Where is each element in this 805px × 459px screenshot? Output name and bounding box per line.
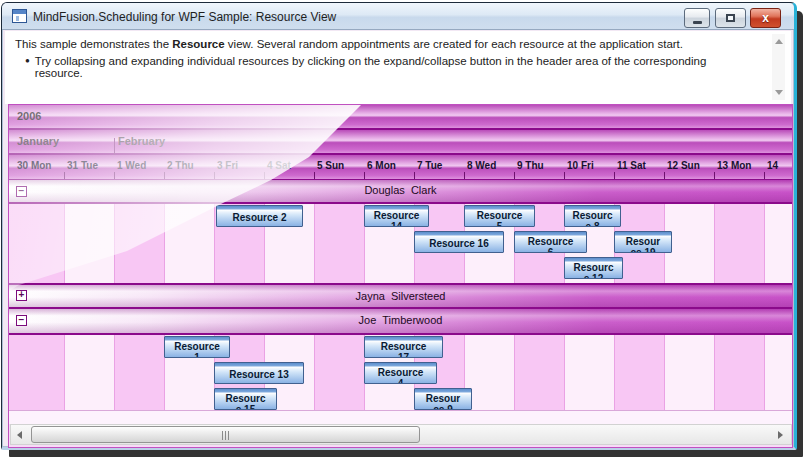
day-column xyxy=(764,335,792,410)
title-bar[interactable]: MindFusion.Scheduling for WPF Sample: Re… xyxy=(2,3,794,30)
maximize-button[interactable] xyxy=(715,8,746,28)
day-column xyxy=(764,204,792,283)
minimize-icon xyxy=(693,21,702,24)
appointment-label: Resourc xyxy=(565,262,622,273)
appointment-label: Resource xyxy=(465,210,534,221)
appointment-label: Resource 16 xyxy=(415,238,503,249)
appointment-resource-12[interactable]: Resource 12 xyxy=(564,257,623,279)
day-column xyxy=(314,204,364,283)
day-header-cell: 30 Mon xyxy=(14,155,64,179)
day-header-cell: 14 xyxy=(764,155,793,179)
maximize-icon xyxy=(726,14,735,22)
empty-strip xyxy=(9,410,792,424)
close-icon: x xyxy=(762,12,769,24)
resource-header-joe-timberwood[interactable]: Joe Timberwood xyxy=(9,309,792,335)
day-header-cell: 31 Tue xyxy=(64,155,114,179)
appointment-label: Resource xyxy=(165,341,229,352)
resource-row-joe-content: Resource1Resource17Resource 13Resource4R… xyxy=(9,335,792,410)
appointment-label: Resource 2 xyxy=(217,212,302,223)
day-column xyxy=(714,335,764,410)
description-suffix: view. Several random appointments are cr… xyxy=(225,38,683,50)
day-header-cell: 10 Fri xyxy=(564,155,614,179)
day-column xyxy=(564,335,614,410)
month-label: February xyxy=(118,135,165,147)
appointment-resource-1[interactable]: Resource1 xyxy=(164,336,230,358)
appointment-resource-13[interactable]: Resource 13 xyxy=(214,362,304,384)
resource-header-jayna-silversteed[interactable]: Jayna Silversteed xyxy=(9,283,792,309)
appointment-label: Resourc xyxy=(565,210,620,221)
appointment-resource-16[interactable]: Resource 16 xyxy=(414,231,504,253)
day-column xyxy=(714,204,764,283)
day-header-cell: 2 Thu xyxy=(164,155,214,179)
appointment-resource-15[interactable]: Resource 15 xyxy=(214,388,277,410)
month-band: JanuaryFebruary xyxy=(9,130,792,155)
day-column xyxy=(114,335,164,410)
appointment-resource-8[interactable]: Resource 8 xyxy=(564,205,621,227)
collapse-button-douglas[interactable]: − xyxy=(16,186,27,197)
resource-row-douglas-content: Resource 2Resource14Resource5Resource 8R… xyxy=(9,204,792,283)
day-header-cell: 8 Wed xyxy=(464,155,514,179)
day-column xyxy=(64,204,114,283)
bullet-icon: ● xyxy=(25,56,30,65)
scroll-right-icon[interactable] xyxy=(778,431,783,439)
appointment-label: Resource 13 xyxy=(215,369,303,380)
day-band: 30 Mon31 Tue1 Wed2 Thu3 Fri4 Sat5 Sun6 M… xyxy=(9,155,792,180)
appointment-label: e 8 xyxy=(565,221,620,227)
expand-button-jayna[interactable]: + xyxy=(16,290,27,301)
appointment-label: Resour xyxy=(615,236,671,247)
month-label: January xyxy=(17,135,59,147)
appointment-label: ce 19 xyxy=(615,247,671,253)
day-column xyxy=(114,204,164,283)
description-scrollbar[interactable] xyxy=(772,34,785,100)
day-header-cell: 11 Sat xyxy=(614,155,664,179)
day-header-cell: 12 Sun xyxy=(664,155,714,179)
day-header-cell: 7 Tue xyxy=(414,155,464,179)
appointment-resource-6[interactable]: Resource6 xyxy=(514,231,587,253)
description-bold-word: Resource xyxy=(172,38,224,50)
appointment-label: 5 xyxy=(465,221,534,227)
appointment-label: Resource xyxy=(365,341,442,352)
appointment-resource-4[interactable]: Resource4 xyxy=(364,362,437,384)
bullet-text: Try collapsing and expanding individual … xyxy=(35,55,745,79)
day-column xyxy=(614,335,664,410)
year-band: 2006 xyxy=(9,105,792,130)
description-bullet-item: ●Try collapsing and expanding individual… xyxy=(25,55,760,79)
day-header-cell: 1 Wed xyxy=(114,155,164,179)
close-button[interactable]: x xyxy=(750,8,781,28)
scroll-left-icon[interactable] xyxy=(17,431,22,439)
day-column xyxy=(164,204,214,283)
appointment-label: Resource xyxy=(365,367,436,378)
resource-header-douglas-clark[interactable]: Douglas Clark xyxy=(9,180,792,204)
appointment-label: 6 xyxy=(515,247,586,253)
day-column xyxy=(314,335,364,410)
description-panel: This sample demonstrates the Resource vi… xyxy=(5,31,791,104)
minimize-button[interactable] xyxy=(684,8,710,28)
window-title: MindFusion.Scheduling for WPF Sample: Re… xyxy=(33,10,336,24)
appointment-resource-19[interactable]: Resource 19 xyxy=(614,231,672,253)
appointment-label: 14 xyxy=(365,221,428,227)
appointment-label: 17 xyxy=(365,352,442,358)
year-label: 2006 xyxy=(17,110,41,122)
collapse-button-joe[interactable]: − xyxy=(16,315,27,326)
appointment-resource-9[interactable]: Resource 9 xyxy=(414,388,472,410)
appointment-label: Resourc xyxy=(215,393,276,404)
day-header-cell: 13 Mon xyxy=(714,155,764,179)
app-icon xyxy=(12,9,27,23)
day-column xyxy=(64,335,114,410)
appointment-label: e 12 xyxy=(565,273,622,279)
screen: MindFusion.Scheduling for WPF Sample: Re… xyxy=(0,0,805,459)
description-line: This sample demonstrates the Resource vi… xyxy=(15,38,760,50)
appointment-resource-5[interactable]: Resource5 xyxy=(464,205,535,227)
horizontal-scrollbar[interactable] xyxy=(10,424,792,445)
appointment-resource-14[interactable]: Resource14 xyxy=(364,205,429,227)
scroll-up-icon[interactable] xyxy=(775,39,783,44)
scrollbar-thumb[interactable] xyxy=(31,426,420,443)
appointment-label: Resource xyxy=(515,236,586,247)
day-column xyxy=(664,335,714,410)
day-header-cell: 4 Sat xyxy=(264,155,314,179)
appointment-resource-17[interactable]: Resource17 xyxy=(364,336,443,358)
app-window: MindFusion.Scheduling for WPF Sample: Re… xyxy=(1,2,797,450)
day-header-cell: 5 Sun xyxy=(314,155,364,179)
appointment-resource-2[interactable]: Resource 2 xyxy=(216,205,303,227)
scroll-down-icon[interactable] xyxy=(775,90,783,95)
